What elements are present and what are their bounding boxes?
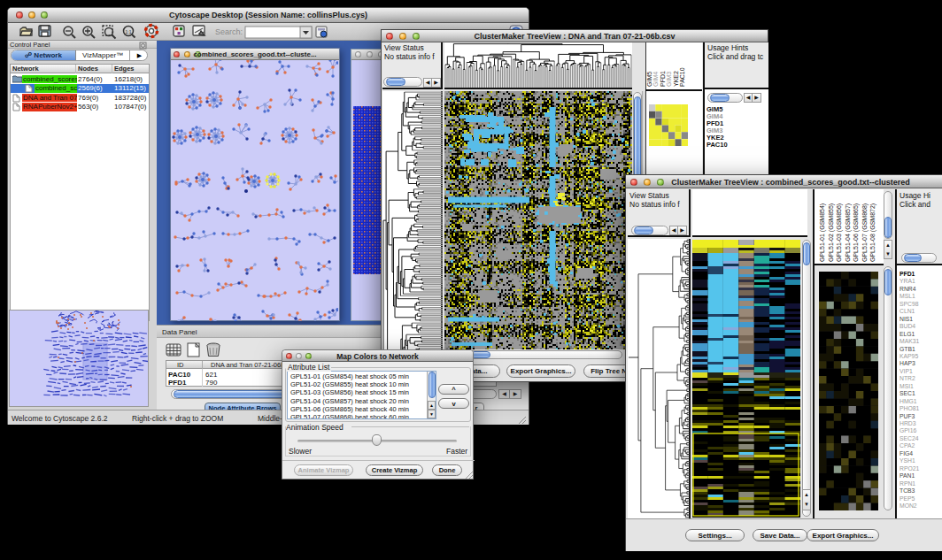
svg-text:1:1: 1:1 bbox=[126, 29, 132, 35]
svg-text:Search:: Search: bbox=[215, 27, 243, 36]
